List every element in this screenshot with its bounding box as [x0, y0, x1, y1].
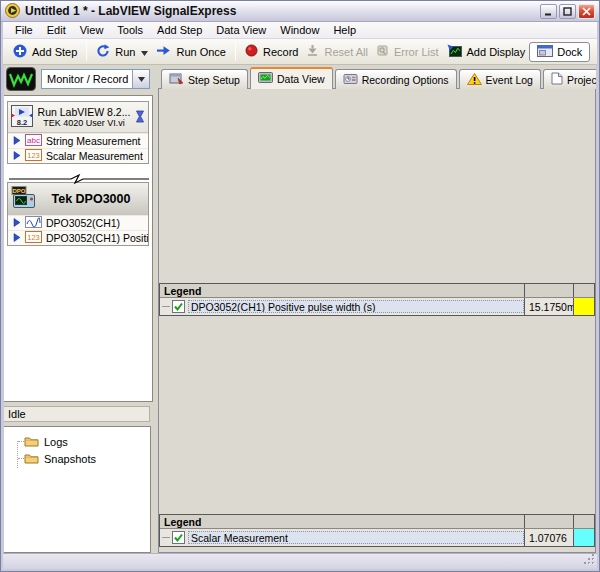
- legend-value-1: 15.1750m: [524, 298, 573, 315]
- run-button[interactable]: Run: [92, 42, 152, 62]
- tab-event-log[interactable]: Event Log: [459, 69, 541, 89]
- reset-all-icon: [306, 44, 319, 59]
- legend-color-swatch-1[interactable]: [573, 298, 594, 315]
- legend-panel-2: Legend Scalar Measurement 1.07076: [159, 514, 595, 547]
- tab-project-documentation[interactable]: Project Documentation: [543, 69, 600, 89]
- folder-icon: [24, 435, 39, 449]
- legend-header-1: Legend: [160, 285, 524, 297]
- step-group-items: abc String Measurement 123 Scalar Measur…: [8, 133, 148, 163]
- play-icon: [13, 232, 21, 244]
- tab-data-view[interactable]: Data View: [250, 67, 333, 89]
- legend-checkbox-2[interactable]: [172, 531, 185, 544]
- recording-options-icon: [343, 73, 358, 87]
- run-once-button[interactable]: Run Once: [152, 43, 230, 60]
- window-title: Untitled 1 * - LabVIEW SignalExpress: [25, 4, 538, 18]
- menu-view[interactable]: View: [73, 23, 111, 37]
- application-window: Untitled 1 * - LabVIEW SignalExpress Fil…: [0, 0, 600, 572]
- add-display-icon: [447, 44, 462, 59]
- step-title: Run LabVIEW 8.2...: [33, 106, 135, 118]
- mode-select-value: Monitor / Record: [42, 73, 132, 85]
- tree-item-label: DPO3052(CH1) Positiv...: [46, 232, 148, 244]
- legend-row-2: Scalar Measurement 1.07076: [160, 529, 594, 546]
- tree-item-string-measurement[interactable]: abc String Measurement: [8, 133, 148, 148]
- svg-text:DPO: DPO: [12, 188, 25, 194]
- toolbar-separator: [235, 42, 236, 61]
- resize-grip[interactable]: [583, 553, 596, 568]
- menu-window[interactable]: Window: [273, 23, 326, 37]
- svg-text:123: 123: [27, 151, 40, 160]
- legend-checkbox-1[interactable]: [172, 300, 185, 313]
- legend-panel-1: Legend DPO3052(CH1) Positive pulse width…: [159, 283, 595, 316]
- svg-text:8.2: 8.2: [17, 118, 27, 127]
- numeric-icon: 123: [25, 149, 42, 163]
- device-group[interactable]: DPO Tek DPO3000 DPO3052(CH1) 123 DPO3052…: [7, 182, 149, 246]
- tab-step-setup[interactable]: Step Setup: [161, 69, 248, 89]
- project-tree-panel: 8.2 Run LabVIEW 8.2... TEK 4020 User VI.…: [3, 95, 153, 402]
- folder-icon: [24, 452, 39, 466]
- main-content-panel: [158, 88, 596, 553]
- tab-bar: Step Setup Data View Recording Options E…: [158, 67, 596, 89]
- play-icon: [13, 135, 21, 147]
- tree-item-dpo3052-ch1-positiv[interactable]: 123 DPO3052(CH1) Positiv...: [8, 230, 148, 245]
- error-list-button[interactable]: Error List: [372, 42, 443, 61]
- menu-edit[interactable]: Edit: [40, 23, 73, 37]
- run-once-icon: [156, 45, 171, 58]
- close-button[interactable]: [578, 4, 595, 19]
- step-subtitle: TEK 4020 User VI.vi: [33, 118, 135, 128]
- svg-text:123: 123: [27, 233, 40, 242]
- labview-8-2-icon: 8.2: [11, 105, 33, 129]
- data-view-icon: [258, 72, 273, 86]
- menu-help[interactable]: Help: [326, 23, 363, 37]
- legend-value-2: 1.07076: [524, 529, 573, 546]
- run-dropdown-caret[interactable]: [141, 46, 148, 58]
- tree-item-scalar-measurement[interactable]: 123 Scalar Measurement: [8, 148, 148, 163]
- legend-row-1: DPO3052(CH1) Positive pulse width (s) 15…: [160, 298, 594, 315]
- tab-label: Project Documentation: [567, 74, 600, 86]
- toolbar-separator: [86, 42, 87, 61]
- title-bar[interactable]: Untitled 1 * - LabVIEW SignalExpress: [1, 1, 599, 22]
- device-group-header[interactable]: DPO Tek DPO3000: [8, 183, 148, 215]
- tab-label: Recording Options: [362, 74, 449, 86]
- tree-item-dpo3052-ch1[interactable]: DPO3052(CH1): [8, 215, 148, 230]
- status-text: Idle: [8, 408, 26, 420]
- legend-series-name-1[interactable]: DPO3052(CH1) Positive pulse width (s): [188, 300, 524, 313]
- menu-tools[interactable]: Tools: [110, 23, 150, 37]
- tab-label: Data View: [277, 73, 325, 85]
- tab-label: Event Log: [486, 74, 533, 86]
- error-list-icon: [376, 44, 389, 59]
- tab-recording-options[interactable]: Recording Options: [335, 69, 457, 89]
- dpo3000-device-icon: DPO: [11, 186, 37, 211]
- add-step-button[interactable]: Add Step: [9, 42, 81, 62]
- dock-button[interactable]: Dock: [529, 42, 590, 62]
- reset-all-button[interactable]: Reset All: [302, 42, 371, 61]
- window-status-strip: [3, 553, 597, 569]
- hourglass-icon: [135, 110, 145, 125]
- record-button[interactable]: Record: [241, 42, 302, 61]
- menu-add-step[interactable]: Add Step: [150, 23, 209, 37]
- numeric-icon: 123: [25, 231, 42, 245]
- add-step-icon: [13, 44, 27, 60]
- step-group[interactable]: 8.2 Run LabVIEW 8.2... TEK 4020 User VI.…: [7, 101, 149, 164]
- legend-header-2: Legend: [160, 516, 524, 528]
- menu-data-view[interactable]: Data View: [209, 23, 273, 37]
- app-icon: [5, 3, 20, 20]
- maximize-button[interactable]: [559, 4, 576, 19]
- chevron-down-icon[interactable]: [132, 70, 149, 88]
- tree-item-logs[interactable]: Logs: [24, 434, 68, 449]
- dock-icon: [537, 45, 553, 59]
- menu-file[interactable]: File: [8, 23, 40, 37]
- legend-series-name-2[interactable]: Scalar Measurement: [188, 531, 524, 544]
- add-display-button[interactable]: Add Display: [443, 42, 530, 61]
- legend-color-swatch-2[interactable]: [573, 529, 594, 546]
- run-icon: [96, 44, 110, 60]
- mode-select-dropdown[interactable]: Monitor / Record: [41, 69, 150, 89]
- status-bar: Idle: [3, 406, 150, 422]
- event-log-icon: [467, 73, 482, 87]
- signalexpress-logo-icon: [6, 67, 36, 93]
- minimize-button[interactable]: [540, 4, 557, 19]
- step-group-header[interactable]: 8.2 Run LabVIEW 8.2... TEK 4020 User VI.…: [8, 102, 148, 133]
- device-group-items: DPO3052(CH1) 123 DPO3052(CH1) Positiv...: [8, 215, 148, 245]
- break-separator: [9, 173, 149, 185]
- tree-item-snapshots[interactable]: Snapshots: [24, 451, 96, 466]
- tree-item-label: Snapshots: [44, 453, 96, 465]
